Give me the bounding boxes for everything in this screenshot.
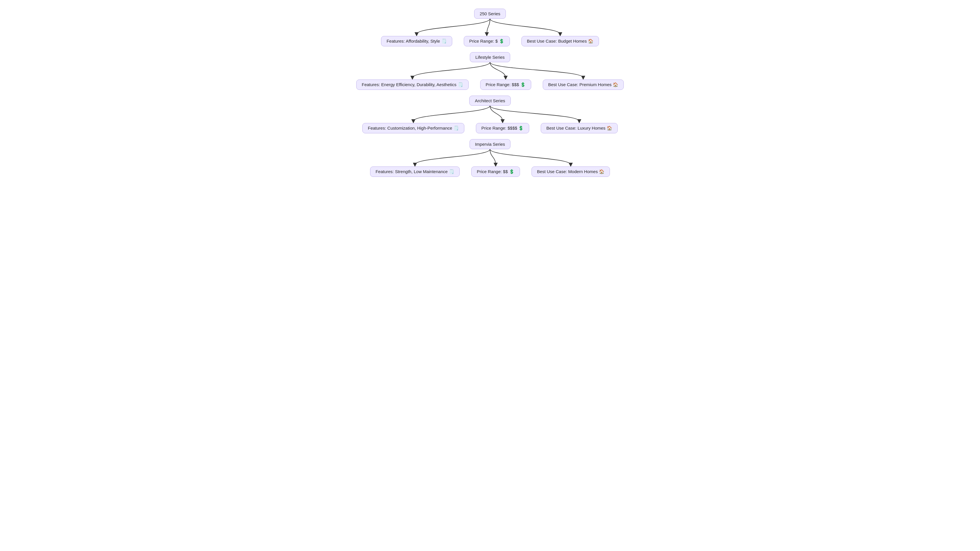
node-s250: 250 Series (474, 9, 506, 19)
section-simper: Impervia SeriesFeatures: Strength, Low M… (331, 139, 649, 177)
node-s250-feat: Features: Affordability, Style 🗒️ (381, 36, 452, 46)
node-s250-price: Price Range: $ 💲 (464, 36, 510, 46)
children-row-sarch: Features: Customization, High-Performanc… (331, 123, 649, 133)
node-s250-use: Best Use Case: Budget Homes 🏠 (522, 36, 599, 46)
node-sarch-price: Price Range: $$$$ 💲 (476, 123, 529, 133)
section-slife: Lifestyle SeriesFeatures: Energy Efficie… (331, 52, 649, 90)
children-row-s250: Features: Affordability, Style 🗒️Price R… (331, 36, 649, 46)
children-row-slife: Features: Energy Efficiency, Durability,… (331, 79, 649, 90)
node-slife-use: Best Use Case: Premium Homes 🏠 (543, 79, 624, 90)
section-s250: 250 SeriesFeatures: Affordability, Style… (331, 9, 649, 46)
node-sarch-use: Best Use Case: Luxury Homes 🏠 (541, 123, 617, 133)
node-simper-price: Price Range: $$ 💲 (471, 167, 520, 177)
children-row-simper: Features: Strength, Low Maintenance 🗒️Pr… (331, 167, 649, 177)
diagram-container: 250 SeriesFeatures: Affordability, Style… (331, 6, 649, 188)
section-sarch: Architect SeriesFeatures: Customization,… (331, 95, 649, 133)
node-slife: Lifestyle Series (470, 52, 510, 62)
node-simper-use: Best Use Case: Modern Homes 🏠 (531, 167, 610, 177)
node-simper: Impervia Series (469, 139, 511, 149)
node-slife-price: Price Range: $$$ 💲 (480, 79, 531, 90)
node-slife-feat: Features: Energy Efficiency, Durability,… (356, 79, 469, 90)
node-sarch-feat: Features: Customization, High-Performanc… (362, 123, 465, 133)
node-simper-feat: Features: Strength, Low Maintenance 🗒️ (370, 167, 460, 177)
node-sarch: Architect Series (469, 95, 511, 106)
